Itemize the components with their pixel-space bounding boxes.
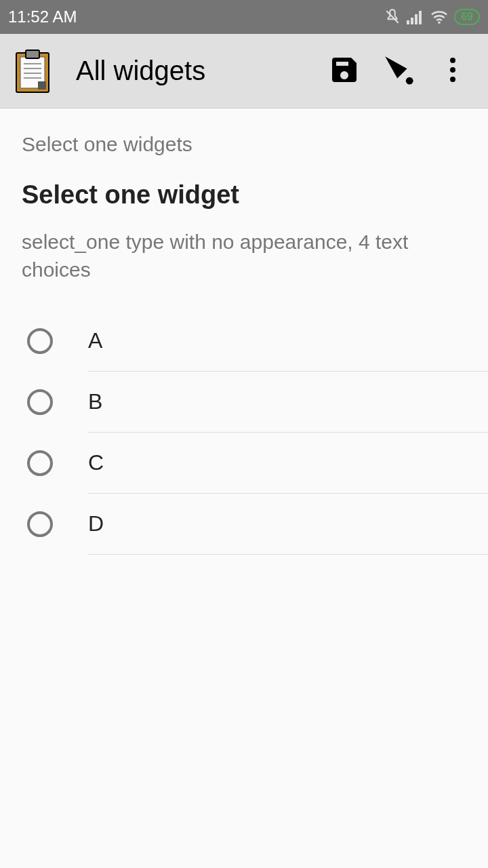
question-hint: select_one type with no appearance, 4 te…: [22, 229, 488, 283]
arrow-down-right-icon: [380, 52, 417, 91]
app-title: All widgets: [76, 56, 317, 86]
option-label: D: [88, 511, 104, 536]
option-a[interactable]: A: [22, 311, 488, 372]
option-c[interactable]: C: [22, 433, 488, 494]
more-button[interactable]: [426, 44, 480, 98]
radio-icon: [27, 511, 53, 537]
svg-marker-14: [385, 56, 407, 78]
radio-icon: [27, 450, 53, 476]
goto-button[interactable]: [371, 44, 426, 98]
app-logo-icon: [14, 47, 52, 96]
status-bar: 11:52 AM 69: [0, 0, 488, 34]
radio-icon: [27, 389, 53, 415]
svg-point-15: [406, 77, 413, 84]
option-label: A: [88, 328, 102, 353]
status-time: 11:52 AM: [8, 7, 77, 26]
option-label-wrap: C: [88, 433, 488, 494]
option-label-wrap: A: [88, 311, 488, 372]
breadcrumb: Select one widgets: [22, 133, 488, 156]
svg-rect-4: [419, 11, 422, 24]
svg-point-5: [438, 21, 441, 24]
svg-rect-3: [415, 14, 418, 24]
app-bar: All widgets: [0, 34, 488, 108]
option-label: B: [88, 389, 102, 414]
question-title: Select one widget: [22, 180, 488, 210]
options-list: A B C D: [22, 311, 488, 555]
svg-line-0: [387, 11, 399, 22]
option-d[interactable]: D: [22, 494, 488, 555]
svg-point-17: [450, 67, 455, 73]
save-icon: [328, 54, 361, 89]
svg-point-16: [450, 58, 455, 63]
svg-point-18: [450, 77, 455, 82]
svg-rect-13: [38, 81, 46, 90]
form-content: Select one widgets Select one widget sel…: [0, 108, 488, 555]
svg-rect-8: [26, 50, 39, 58]
more-vert-icon: [449, 56, 456, 86]
status-icons: 69: [384, 8, 480, 26]
radio-icon: [27, 328, 53, 354]
option-label: C: [88, 450, 104, 475]
save-button[interactable]: [317, 44, 371, 98]
svg-rect-2: [411, 18, 413, 24]
option-b[interactable]: B: [22, 372, 488, 433]
signal-icon: [407, 9, 424, 24]
wifi-icon: [430, 9, 449, 24]
mute-icon: [384, 8, 401, 26]
battery-icon: 69: [454, 9, 480, 25]
svg-rect-1: [407, 20, 409, 24]
option-label-wrap: D: [88, 494, 488, 555]
option-label-wrap: B: [88, 372, 488, 433]
